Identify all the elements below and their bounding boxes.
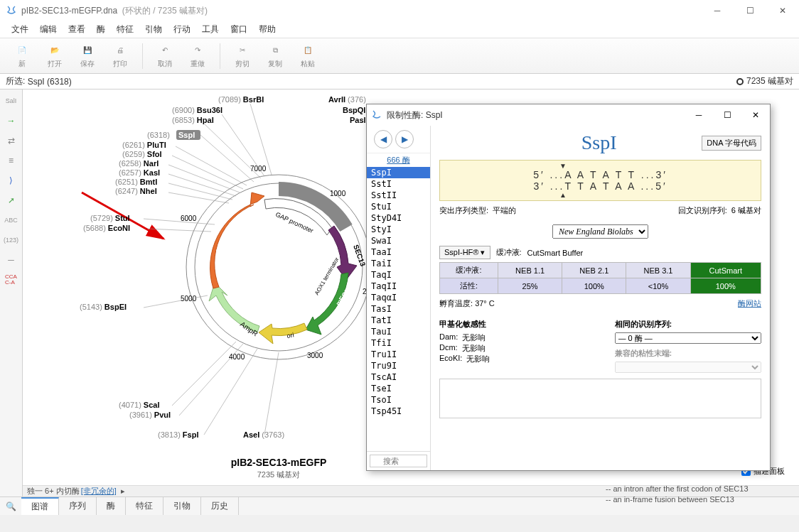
enzyme-list-panel: ◀ ▶ 666 酶 SspISstISstIIStuIStyD4IStyISwa… bbox=[367, 126, 431, 470]
svg-text:(5688) EcoNI: (5688) EcoNI bbox=[83, 224, 130, 232]
tool-arc[interactable]: ⟩ bbox=[3, 172, 20, 189]
nonredundant-link[interactable]: [非冗余的] bbox=[81, 486, 117, 496]
toolbar-redo[interactable]: ↷重做 bbox=[183, 43, 213, 69]
tool-abc[interactable]: ABC bbox=[3, 212, 20, 229]
svg-text:PpHIS4: PpHIS4 bbox=[215, 248, 229, 274]
enzyme-list-item[interactable]: TasI bbox=[367, 303, 430, 315]
dialog-titlebar[interactable]: 限制性酶: SspI ─ ☐ ✕ bbox=[367, 104, 770, 126]
enzyme-list-item[interactable]: TauI bbox=[367, 326, 430, 337]
toolbar-save[interactable]: 💾保存 bbox=[73, 43, 102, 69]
enzyme-list-item[interactable]: SstI bbox=[367, 178, 430, 190]
toolbar-cut[interactable]: ✂剪切 bbox=[227, 43, 257, 69]
product-select[interactable]: SspI-HF® ▾ bbox=[439, 246, 490, 259]
toolbar-open[interactable]: 📂打开 bbox=[40, 43, 70, 69]
app-logo-icon bbox=[6, 5, 17, 16]
enzyme-list-item[interactable]: TaaI bbox=[367, 246, 430, 258]
tab-features[interactable]: 特征 bbox=[126, 497, 163, 515]
enzyme-list-item[interactable]: TfiI bbox=[367, 337, 430, 349]
enzyme-list-item[interactable]: TaqαI bbox=[367, 292, 430, 303]
toolbar-paste[interactable]: 📋粘贴 bbox=[293, 43, 323, 69]
enzyme-list-item[interactable]: Tsp45I bbox=[367, 406, 430, 417]
tab-history[interactable]: 历史 bbox=[201, 497, 239, 515]
selection-bar: 所选: SspI (6318) 7235 碱基对 bbox=[0, 74, 799, 89]
enzyme-list-item[interactable]: StyD4I bbox=[367, 212, 430, 224]
svg-line-45 bbox=[168, 165, 240, 192]
tool-arrow[interactable]: → bbox=[3, 112, 20, 129]
menu-actions[interactable]: 行动 bbox=[168, 23, 196, 36]
menu-view[interactable]: 查看 bbox=[63, 23, 91, 36]
dna-alphabet-button[interactable]: DNA 字母代码 bbox=[702, 136, 761, 151]
svg-text:SspI: SspI bbox=[178, 131, 195, 139]
enzyme-list-item[interactable]: TaiI bbox=[367, 258, 430, 269]
close-button[interactable]: ✕ bbox=[766, 0, 799, 21]
tool-swap[interactable]: ⇄ bbox=[3, 132, 20, 149]
menu-file[interactable]: 文件 bbox=[6, 23, 34, 36]
tab-enzymes[interactable]: 酶 bbox=[97, 497, 126, 515]
search-icon[interactable]: 🔍 bbox=[0, 497, 21, 515]
svg-text:ori: ori bbox=[286, 331, 295, 340]
enzyme-name-heading: SspI bbox=[496, 131, 702, 154]
tool-cca[interactable]: CCAC-A bbox=[3, 271, 20, 288]
svg-text:1000: 1000 bbox=[330, 190, 346, 197]
same-recognition-select[interactable]: — 0 酶 — bbox=[615, 332, 762, 344]
cut-icon: ✂ bbox=[234, 43, 251, 58]
menu-window[interactable]: 窗口 bbox=[225, 23, 253, 36]
dialog-minimize[interactable]: ─ bbox=[685, 105, 713, 125]
enzyme-list-item[interactable]: Tru1I bbox=[367, 349, 430, 360]
save-icon: 💾 bbox=[79, 43, 96, 58]
enzyme-list-item[interactable]: SstII bbox=[367, 190, 430, 201]
svg-text:5000: 5000 bbox=[181, 295, 197, 303]
enzyme-list-item[interactable]: TaqII bbox=[367, 281, 430, 292]
dialog-maximize[interactable]: ☐ bbox=[713, 105, 741, 125]
enzyme-list-item[interactable]: TscAI bbox=[367, 371, 430, 383]
tab-map[interactable]: 图谱 bbox=[21, 497, 59, 515]
enzyme-notes-textarea[interactable] bbox=[439, 379, 761, 418]
tab-primers[interactable]: 引物 bbox=[163, 497, 201, 515]
svg-line-52 bbox=[172, 342, 236, 406]
toolbar-new[interactable]: 📄新 bbox=[7, 43, 37, 69]
enzyme-list[interactable]: SspISstISstIIStuIStyD4IStyISwaITaaITaiIT… bbox=[367, 167, 430, 451]
nav-forward-button[interactable]: ▶ bbox=[395, 130, 414, 148]
dialog-close[interactable]: ✕ bbox=[741, 105, 770, 125]
menu-enzyme[interactable]: 酶 bbox=[91, 23, 111, 36]
enzyme-list-item[interactable]: Tru9I bbox=[367, 360, 430, 371]
enzyme-list-item[interactable]: TatI bbox=[367, 315, 430, 326]
toolbar-print[interactable]: 🖨打印 bbox=[105, 43, 135, 69]
svg-text:SEC13: SEC13 bbox=[352, 244, 367, 268]
enzyme-list-item[interactable]: TsoI bbox=[367, 394, 430, 406]
enzyme-count-link[interactable]: 666 酶 bbox=[367, 153, 430, 167]
nav-back-button[interactable]: ◀ bbox=[374, 130, 392, 148]
menu-tools[interactable]: 工具 bbox=[196, 23, 225, 36]
svg-line-46 bbox=[168, 174, 236, 196]
svg-text:6000: 6000 bbox=[181, 215, 197, 222]
enzyme-list-item[interactable]: TaqI bbox=[367, 269, 430, 281]
enzyme-search-input[interactable] bbox=[370, 455, 427, 467]
tool-dash[interactable]: ─ bbox=[3, 251, 20, 268]
toolbar-undo[interactable]: ↶取消 bbox=[150, 43, 180, 69]
supplier-select[interactable]: New England Biolabs bbox=[552, 224, 648, 239]
tool-sali[interactable]: SalI bbox=[3, 92, 20, 109]
enzyme-website-link[interactable]: 酶网站 bbox=[738, 298, 761, 309]
enzyme-list-item[interactable]: TseI bbox=[367, 383, 430, 394]
toolbar-copy[interactable]: ⧉复制 bbox=[260, 43, 290, 69]
maximize-button[interactable]: ☐ bbox=[734, 0, 766, 21]
menu-features[interactable]: 特征 bbox=[111, 23, 139, 36]
svg-line-40 bbox=[222, 114, 264, 176]
svg-line-49 bbox=[144, 219, 215, 224]
menu-primers[interactable]: 引物 bbox=[139, 23, 168, 36]
minimize-button[interactable]: ─ bbox=[701, 0, 734, 21]
menu-bar: 文件 编辑 查看 酶 特征 引物 行动 工具 窗口 帮助 bbox=[0, 21, 799, 38]
tab-sequence[interactable]: 序列 bbox=[59, 497, 97, 515]
enzyme-list-item[interactable]: StyI bbox=[367, 224, 430, 235]
enzyme-list-item[interactable]: SwaI bbox=[367, 235, 430, 246]
enzyme-list-item[interactable]: SspI bbox=[367, 167, 430, 178]
menu-help[interactable]: 帮助 bbox=[253, 23, 281, 36]
plasmid-map[interactable]: 1000 2000 3000 4000 5000 6000 7000 GAP p… bbox=[65, 89, 407, 487]
tool-primer[interactable]: ➚ bbox=[3, 192, 20, 209]
tool-lines[interactable]: ≡ bbox=[3, 152, 20, 169]
enzyme-list-item[interactable]: StuI bbox=[367, 201, 430, 212]
menu-edit[interactable]: 编辑 bbox=[34, 23, 63, 36]
tool-123[interactable]: (123) bbox=[3, 232, 20, 249]
file-icon: 📄 bbox=[14, 43, 31, 58]
selection-label: 所选: bbox=[6, 75, 25, 87]
